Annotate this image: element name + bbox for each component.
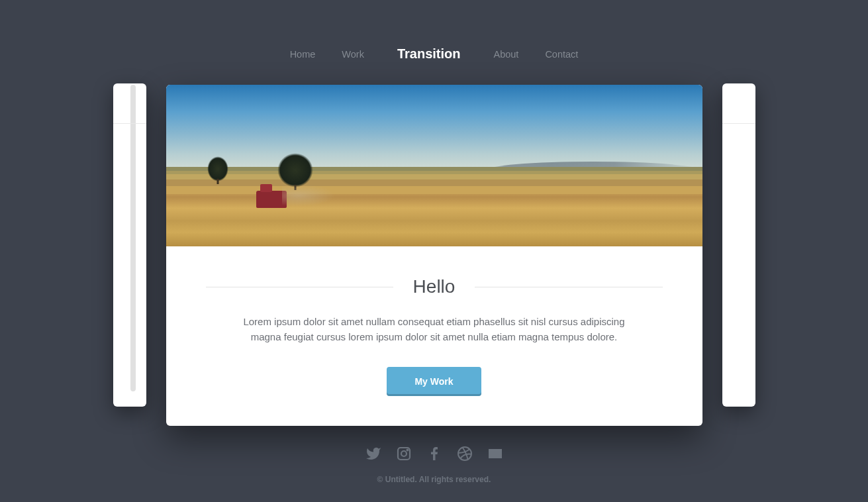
- envelope-icon[interactable]: [487, 446, 503, 462]
- nav-home[interactable]: Home: [290, 49, 316, 60]
- brand-logo[interactable]: Transition: [391, 46, 467, 62]
- nav-contact[interactable]: Contact: [545, 49, 578, 60]
- my-work-button[interactable]: My Work: [387, 367, 481, 396]
- page-heading: Hello: [413, 276, 456, 297]
- hero-description: Lorem ipsum dolor sit amet nullam conseq…: [229, 314, 640, 345]
- twitter-icon[interactable]: [365, 446, 381, 462]
- nav-work[interactable]: Work: [342, 49, 364, 60]
- hero-image: [166, 85, 702, 246]
- main-card: Hello Lorem ipsum dolor sit amet nullam …: [166, 85, 702, 426]
- svg-point-2: [407, 449, 408, 450]
- footer: © Untitled. All rights reserved.: [107, 426, 762, 484]
- divider-left: [206, 287, 393, 287]
- divider-right: [475, 287, 662, 287]
- instagram-icon[interactable]: [396, 446, 412, 462]
- page-wrapper: Home Work Transition About Contact: [107, 0, 762, 484]
- prev-panel[interactable]: [113, 83, 146, 407]
- scrollbar[interactable]: [130, 85, 136, 391]
- next-panel[interactable]: [722, 83, 755, 407]
- facebook-icon[interactable]: [426, 446, 442, 462]
- card-body: Hello Lorem ipsum dolor sit amet nullam …: [166, 246, 702, 426]
- svg-point-1: [401, 451, 407, 456]
- top-nav: Home Work Transition About Contact: [107, 26, 762, 85]
- social-row: [107, 446, 762, 462]
- nav-about[interactable]: About: [493, 49, 518, 60]
- copyright-text: © Untitled. All rights reserved.: [107, 475, 762, 484]
- dribbble-icon[interactable]: [457, 446, 473, 462]
